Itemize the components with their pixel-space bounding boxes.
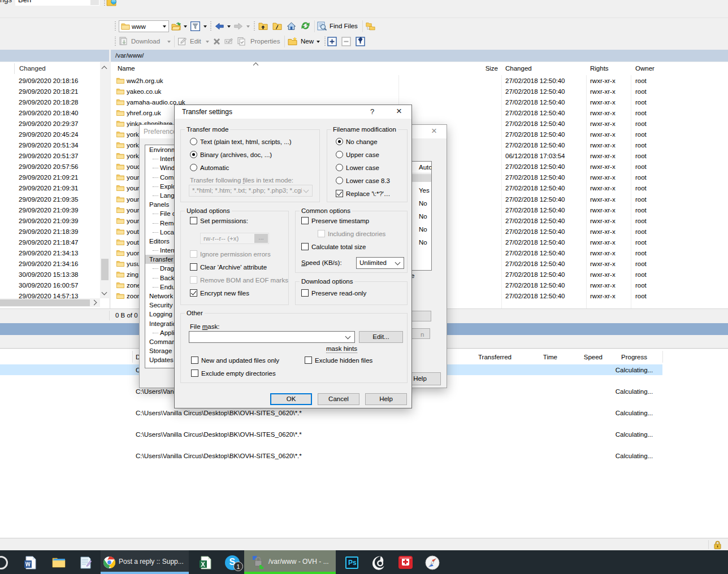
edit-mask-button[interactable]: Edit... xyxy=(359,331,403,343)
radio-binary-label[interactable]: Binary (archives, doc, ...) xyxy=(200,151,272,159)
checkbox-remove-bom[interactable] xyxy=(190,276,197,284)
back-icon[interactable] xyxy=(215,21,224,31)
local-file-row[interactable]: 29/09/2020 20:45:24 xyxy=(0,129,99,140)
local-header-changed[interactable]: Changed xyxy=(19,65,46,72)
taskbar-winscp-button[interactable]: /var/www - OVH - ... xyxy=(244,550,336,574)
checkbox-including-directories-label[interactable]: Including directories xyxy=(328,231,385,238)
photoshop-icon[interactable]: Ps xyxy=(345,556,358,569)
forward-icon[interactable] xyxy=(233,21,243,31)
local-file-list[interactable]: 29/09/2020 20:18:16 29/09/2020 20:18:21 … xyxy=(0,76,99,302)
checkbox-replace-chars-label[interactable]: Replace '\:*?'… xyxy=(346,190,391,198)
synchronize-icon[interactable] xyxy=(366,21,375,31)
radio-lower-case[interactable] xyxy=(336,164,343,171)
queue-header-transferred[interactable]: Transferred xyxy=(461,354,512,360)
checkbox-preserve-timestamp-label[interactable]: Preserve timestamp xyxy=(311,218,369,225)
local-file-row[interactable]: 30/09/2020 15:13:38 xyxy=(0,269,99,280)
chevron-down-icon[interactable] xyxy=(167,41,171,43)
help-icon[interactable]: ? xyxy=(370,107,374,116)
local-file-row[interactable]: 29/09/2020 21:34:13 xyxy=(0,248,99,259)
remote-header-owner[interactable]: Owner xyxy=(635,65,655,72)
preset-header-auto[interactable]: Auto xyxy=(419,164,432,171)
copy-icon[interactable] xyxy=(237,37,246,46)
home-icon[interactable] xyxy=(287,21,296,31)
new-label[interactable]: New xyxy=(301,37,314,46)
radio-no-change-label[interactable]: No change xyxy=(346,138,378,146)
filter-icon[interactable] xyxy=(190,21,200,31)
checkbox-new-updated-only[interactable] xyxy=(191,356,198,364)
radio-binary-mode[interactable] xyxy=(190,151,197,158)
cancel-button[interactable]: Cancel xyxy=(318,393,359,405)
local-file-row[interactable]: 29/09/2020 21:09:31 xyxy=(0,183,99,194)
queue-remove-icon[interactable] xyxy=(341,37,351,46)
skype-icon[interactable]: S 1 xyxy=(225,555,240,570)
checkbox-preserve-readonly[interactable] xyxy=(301,289,309,297)
checkbox-including-directories[interactable] xyxy=(318,230,325,237)
chevron-down-icon[interactable] xyxy=(246,25,250,28)
queue-row[interactable]: C:\Users\Vanilla Circus\Desktop\BK\OVH-S… xyxy=(0,450,728,472)
checkbox-exclude-empty-label[interactable]: Exclude empty directories xyxy=(201,370,276,377)
local-file-row[interactable]: 29/09/2020 20:18:16 xyxy=(0,76,99,86)
local-file-row[interactable]: 29/09/2020 20:57:56 xyxy=(0,162,99,172)
file-mask-combo[interactable] xyxy=(189,331,355,343)
checkbox-new-updated-only-label[interactable]: New and updated files only xyxy=(201,357,279,364)
find-files-label[interactable]: Find Files xyxy=(330,21,358,31)
local-file-row[interactable]: 29/09/2020 20:51:37 xyxy=(0,151,99,162)
close-icon[interactable]: × xyxy=(396,106,402,117)
explorer-icon[interactable] xyxy=(52,556,66,568)
edit-label[interactable]: Edit xyxy=(190,37,201,46)
radio-text-label[interactable]: Text (plain text, html, scripts, ...) xyxy=(200,138,292,146)
remote-file-row[interactable]: yakeo.co.uk 27/02/2018 12:50:40 rwxr-xr-… xyxy=(111,86,728,97)
radio-automatic-mode[interactable] xyxy=(190,164,197,171)
notepad-icon[interactable] xyxy=(79,556,92,569)
queue-add-icon[interactable] xyxy=(327,37,337,46)
permissions-input[interactable]: rw-r--r-- (+x) ... xyxy=(200,233,269,244)
column-divider[interactable] xyxy=(14,63,15,74)
new-folder-icon[interactable] xyxy=(288,37,297,46)
open-folder-icon[interactable] xyxy=(171,21,181,31)
checkbox-replace-chars[interactable] xyxy=(336,190,343,197)
taskbar-chrome-button[interactable]: Post a reply :: Supp... xyxy=(101,550,189,574)
permissions-browse-button[interactable]: ... xyxy=(254,234,268,243)
rename-icon[interactable] xyxy=(224,37,234,46)
open-session-folder-icon[interactable] xyxy=(106,0,117,7)
search-partial-icon[interactable] xyxy=(0,556,8,569)
radio-lower-case-83-label[interactable]: Lower case 8.3 xyxy=(346,177,390,185)
column-divider[interactable] xyxy=(132,351,133,363)
checkbox-preserve-readonly-label[interactable]: Preserve read-only xyxy=(311,290,366,297)
speed-combo[interactable]: Unlimited xyxy=(356,257,404,269)
radio-automatic-label[interactable]: Automatic xyxy=(200,164,229,172)
root-folder-icon[interactable] xyxy=(272,21,282,31)
checkbox-preserve-timestamp[interactable] xyxy=(301,217,309,224)
text-mask-combo[interactable]: *.*html; *.htm; *.txt; *.php; *.php3; *.… xyxy=(189,185,313,197)
scroll-down-icon[interactable] xyxy=(102,290,107,295)
queue-header-progress[interactable]: Progress xyxy=(608,354,660,360)
local-file-row[interactable]: 29/09/2020 21:18:39 xyxy=(0,227,99,237)
checkbox-encrypt-new-files[interactable] xyxy=(190,289,197,297)
radio-no-change[interactable] xyxy=(336,138,343,145)
close-icon[interactable]: × xyxy=(431,125,437,137)
chevron-down-icon[interactable] xyxy=(163,25,166,28)
find-files-icon[interactable] xyxy=(317,21,327,31)
local-file-row[interactable]: 29/09/2020 21:09:39 xyxy=(0,216,99,227)
scrollbar-thumb[interactable] xyxy=(0,299,90,306)
remote-header-rights[interactable]: Rights xyxy=(590,65,609,72)
top-fragment-dropdown-button[interactable] xyxy=(90,0,99,5)
radio-upper-case-label[interactable]: Upper case xyxy=(346,151,379,159)
queue-header-speed[interactable]: Speed xyxy=(557,354,603,360)
radio-lower-case-83[interactable] xyxy=(336,177,343,184)
word-icon[interactable] xyxy=(24,556,37,569)
edit-icon[interactable] xyxy=(177,37,187,46)
remote-header-changed[interactable]: Changed xyxy=(505,65,532,72)
scroll-right-icon[interactable] xyxy=(92,300,97,306)
queue-header-time[interactable]: Time xyxy=(512,354,557,360)
ok-button[interactable]: OK xyxy=(270,393,312,405)
checkbox-encrypt-new-files-label[interactable]: Encrypt new files xyxy=(200,290,249,297)
local-file-row[interactable]: 29/09/2020 20:18:21 xyxy=(0,86,99,97)
local-file-row[interactable]: 29/09/2020 20:18:40 xyxy=(0,108,99,119)
remote-file-row[interactable]: ww2h.org.uk 27/02/2018 12:50:40 rwxr-xr-… xyxy=(111,76,728,86)
checkbox-calculate-total-size-label[interactable]: Calculate total size xyxy=(311,243,366,251)
compass-icon[interactable] xyxy=(425,555,440,570)
local-file-row[interactable]: 29/09/2020 20:29:37 xyxy=(0,119,99,129)
chevron-down-icon[interactable] xyxy=(227,25,231,28)
local-file-row[interactable]: 29/09/2020 21:09:21 xyxy=(0,172,99,183)
